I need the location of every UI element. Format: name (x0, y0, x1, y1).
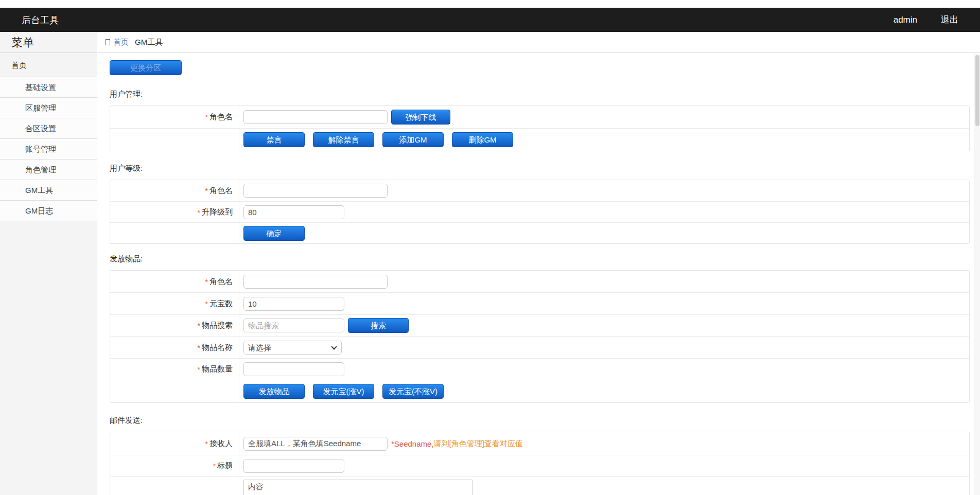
sidebar-item-gm-log[interactable]: GM日志 (0, 201, 97, 221)
table-row: * 物品数量 (110, 358, 969, 380)
give-yuanbao-vip-button[interactable]: 发元宝(涨V) (313, 384, 374, 399)
level-to-label: * 升降级到 (110, 202, 239, 222)
mute-button[interactable]: 禁言 (243, 132, 305, 147)
table-row: * 标题 (110, 455, 969, 476)
role-name-label: * 角色名 (110, 180, 239, 201)
receiver-hint-orange: 请到[角色管理]查看对应值 (434, 439, 523, 449)
mail-content-textarea[interactable]: 内容 (243, 480, 472, 495)
change-partition-button[interactable]: 更换分区 (110, 60, 182, 75)
table-row: * 角色名 强制下线 (110, 106, 969, 128)
table-row: * 角色名 (110, 271, 969, 292)
table-cell (239, 359, 969, 380)
empty-label-cell (110, 129, 239, 151)
yuanbao-count-input[interactable] (243, 297, 344, 311)
section-title-user-level: 用户等级: (110, 164, 143, 173)
table-cell: 搜索 (239, 315, 969, 336)
required-mark: * (205, 277, 208, 286)
subject-label: * 标题 (110, 455, 239, 476)
required-mark: * (205, 113, 208, 121)
section-title-user-manage: 用户管理: (110, 90, 143, 99)
table-cell (239, 271, 969, 292)
empty-label-cell (110, 223, 239, 243)
search-button[interactable]: 搜索 (348, 318, 409, 333)
table-cell (239, 180, 969, 201)
item-name-select[interactable]: 请选择 (243, 341, 342, 355)
user-menu[interactable]: admin (894, 15, 917, 25)
item-search-input[interactable] (243, 319, 344, 332)
item-count-label: * 物品数量 (110, 359, 239, 380)
topbar-right: admin 退出 (894, 14, 958, 26)
breadcrumb: 首页 GM工具 (98, 32, 980, 53)
confirm-level-button[interactable]: 确定 (243, 226, 305, 241)
table-row: * 角色名 (110, 180, 969, 201)
table-row: * 升降级到 (110, 201, 969, 222)
section-title-mail: 邮件发送: (110, 416, 143, 426)
force-offline-button[interactable]: 强制下线 (391, 110, 450, 125)
scrollbar-thumb[interactable] (975, 55, 979, 126)
required-mark: * (197, 321, 200, 330)
table-cell: 内容 (239, 477, 969, 495)
vertical-scrollbar[interactable] (974, 54, 980, 495)
table-cell: 发放物品 发元宝(涨V) 发元宝(不涨V) (239, 380, 969, 402)
table-cell: 强制下线 (239, 106, 969, 128)
item-count-input[interactable] (243, 362, 344, 376)
receiver-hint-red: *Seedname, (391, 439, 434, 448)
sidebar-item-merge-settings[interactable]: 合区设置 (0, 118, 97, 139)
level-value-input[interactable] (243, 205, 344, 219)
sidebar-item-account-manage[interactable]: 账号管理 (0, 139, 97, 160)
table-cell: 确定 (239, 223, 969, 243)
sidebar-item-home[interactable]: 首页 (0, 53, 97, 77)
required-mark: * (213, 462, 216, 470)
table-cell (239, 293, 969, 314)
sidebar-item-role-manage[interactable]: 角色管理 (0, 160, 97, 180)
breadcrumb-home-link[interactable]: 首页 (113, 38, 129, 47)
app-title: 后台工具 (22, 14, 59, 26)
table-cell: *Seedname, 请到[角色管理]查看对应值 (239, 432, 969, 455)
logout-link[interactable]: 退出 (941, 14, 958, 26)
item-search-label: * 物品搜索 (110, 315, 239, 336)
breadcrumb-current: GM工具 (135, 38, 163, 47)
table-cell: 禁言 解除禁言 添加GM 删除GM (239, 129, 969, 151)
item-name-label: * 物品名称 (110, 337, 239, 358)
required-mark: * (205, 299, 208, 308)
sidebar-header: 菜单 (0, 32, 97, 53)
user-manage-table: * 角色名 强制下线 禁言 解除禁言 添加GM 删除GM (110, 105, 970, 151)
receiver-input[interactable] (243, 437, 388, 451)
unmute-button[interactable]: 解除禁言 (313, 132, 374, 147)
sidebar-item-gm-tools[interactable]: GM工具 (0, 180, 97, 201)
receiver-label: * 接收人 (110, 432, 239, 455)
required-mark: * (205, 186, 208, 195)
table-row: * 元宝数 (110, 292, 969, 314)
give-items-table: * 角色名 * 元宝数 * 物品搜索 搜索 * 物品名称 (110, 270, 970, 403)
empty-label-cell (110, 380, 239, 402)
table-cell: 请选择 (239, 337, 969, 358)
role-name-input[interactable] (243, 110, 388, 124)
required-mark: * (197, 365, 200, 374)
required-mark: * (197, 343, 200, 352)
required-mark: * (197, 208, 200, 217)
table-row: 发放物品 发元宝(涨V) 发元宝(不涨V) (110, 380, 969, 402)
required-mark: * (205, 439, 208, 448)
breadcrumb-icon (106, 39, 110, 45)
give-yuanbao-novip-button[interactable]: 发元宝(不涨V) (382, 384, 444, 399)
remove-gm-button[interactable]: 删除GM (452, 132, 513, 147)
table-cell (239, 202, 969, 222)
sidebar-item-basic-settings[interactable]: 基础设置 (0, 77, 97, 98)
item-role-name-input[interactable] (243, 275, 388, 289)
item-name-select-wrap: 请选择 (243, 341, 342, 355)
table-cell (239, 455, 969, 476)
subject-input[interactable] (243, 459, 344, 473)
add-gm-button[interactable]: 添加GM (382, 132, 444, 147)
table-row: 禁言 解除禁言 添加GM 删除GM (110, 128, 969, 151)
role-name-label: * 角色名 (110, 271, 239, 292)
top-bar: 后台工具 admin 退出 (0, 8, 980, 32)
give-item-button[interactable]: 发放物品 (243, 384, 305, 399)
table-row: * 物品名称 请选择 (110, 336, 969, 358)
section-title-give-items: 发放物品: (110, 254, 143, 264)
level-role-name-input[interactable] (243, 184, 388, 198)
table-row: * 物品搜索 搜索 (110, 314, 969, 336)
sidebar: 菜单 首页 基础设置 区服管理 合区设置 账号管理 角色管理 GM工具 GM日志 (0, 32, 97, 495)
sidebar-item-server-manage[interactable]: 区服管理 (0, 98, 97, 118)
role-name-label: * 角色名 (110, 106, 239, 128)
table-row: 内容 (110, 476, 969, 495)
